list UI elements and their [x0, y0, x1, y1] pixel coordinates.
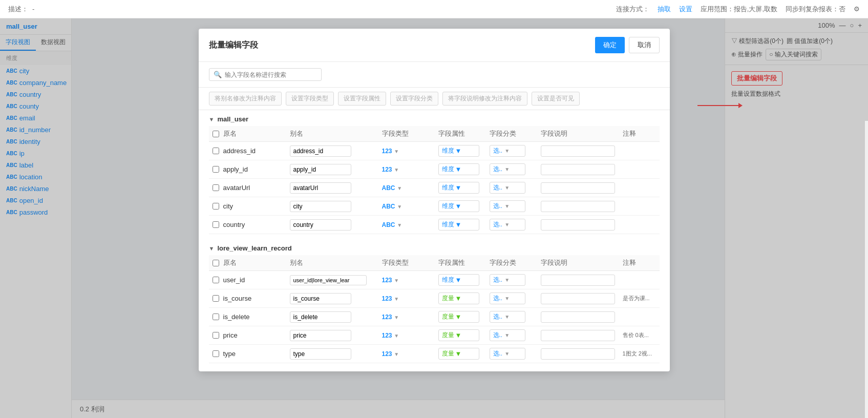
cell-desc-address_id[interactable]: [541, 145, 615, 157]
header-type2: 字段类型: [382, 258, 438, 267]
toolbar-btn-1[interactable]: 设置字段类型: [286, 92, 334, 106]
type-arrow-user_id[interactable]: ▼: [394, 278, 399, 283]
cell-category-user_id[interactable]: 选.. ▼: [490, 274, 525, 286]
cell-desc-apply_id[interactable]: [541, 164, 615, 175]
header-alias2: 别名: [290, 258, 382, 267]
cell-desc-is_course[interactable]: [541, 293, 615, 304]
cell-alias-type[interactable]: [290, 348, 351, 360]
table-header-section2: 原名 别名 字段类型 字段属性 字段分类 字段说明 注释 是否可见: [209, 255, 660, 271]
type-arrow-is_course[interactable]: ▼: [394, 296, 399, 302]
row-check-address_id[interactable]: [213, 148, 219, 154]
top-bar-left: 描述： -: [8, 5, 34, 14]
header-type: 字段类型: [382, 129, 438, 138]
row-check-city[interactable]: [213, 203, 219, 210]
cell-category-avatarUrl[interactable]: 选.. ▼: [490, 182, 525, 194]
cell-category-address_id[interactable]: 选.. ▼: [490, 145, 525, 157]
header-checkbox[interactable]: [213, 131, 219, 137]
cell-alias-apply_id[interactable]: [290, 164, 351, 175]
cell-original-address_id: address_id: [223, 147, 290, 155]
table-header-section1: 原名 别名 字段类型 字段属性 字段分类 字段说明 注释 是否可见: [209, 126, 660, 142]
header-check: [209, 131, 223, 137]
toolbar-btn-2[interactable]: 设置字段属性: [338, 92, 386, 106]
toolbar-btn-4[interactable]: 将字段说明修改为注释内容: [442, 92, 527, 106]
cell-attr-city[interactable]: 维度 ▼: [438, 200, 479, 212]
table-row: price 123 ▼ 度量 ▼ 选.. ▼ 售价 0表...: [209, 326, 660, 345]
cell-original-apply_id: apply_id: [223, 165, 290, 173]
table-row: country ABC ▼ 维度 ▼ 选.. ▼ 是 ∨: [209, 216, 660, 234]
cell-desc-price[interactable]: [541, 330, 615, 341]
type-arrow-apply_id[interactable]: ▼: [394, 167, 399, 173]
cell-original-city: city: [223, 202, 290, 210]
cell-alias-country[interactable]: [290, 219, 351, 231]
table-row: is_delete 123 ▼ 度量 ▼ 选.. ▼ 是 ∨: [209, 308, 660, 326]
cell-alias-price[interactable]: [290, 330, 351, 341]
cell-alias-address_id[interactable]: [290, 145, 351, 157]
cell-desc-country[interactable]: [541, 219, 615, 231]
cell-alias-avatarUrl[interactable]: [290, 182, 351, 194]
cell-category-type[interactable]: 选.. ▼: [490, 348, 525, 360]
cell-attr-address_id[interactable]: 维度 ▼: [438, 145, 479, 157]
cell-attr-type[interactable]: 度量 ▼: [438, 348, 479, 360]
toolbar-btn-0[interactable]: 将别名修改为注释内容: [209, 92, 282, 106]
row-check-apply_id[interactable]: [213, 166, 219, 173]
cell-type-address_id: 123: [382, 148, 392, 155]
cell-type-price: 123: [382, 332, 392, 339]
cell-attr-price[interactable]: 度量 ▼: [438, 329, 479, 341]
cell-attr-country[interactable]: 维度 ▼: [438, 219, 479, 231]
cell-alias-is_course[interactable]: [290, 293, 351, 304]
cell-type-country: ABC: [382, 221, 395, 228]
cell-alias-is_delete[interactable]: [290, 311, 351, 323]
row-check-country[interactable]: [213, 221, 219, 228]
cell-attr-avatarUrl[interactable]: 维度 ▼: [438, 182, 479, 194]
settings-link[interactable]: 设置: [679, 5, 692, 14]
row-check-is_course[interactable]: [213, 295, 219, 302]
cell-alias-city[interactable]: [290, 201, 351, 212]
gear-icon[interactable]: ⚙: [854, 5, 860, 13]
cell-attr-is_delete[interactable]: 度量 ▼: [438, 311, 479, 323]
cell-type-is_delete: 123: [382, 314, 392, 321]
type-arrow-type[interactable]: ▼: [394, 351, 399, 357]
type-arrow-price[interactable]: ▼: [394, 333, 399, 339]
section1-collapse-icon[interactable]: ▼: [209, 116, 215, 122]
cell-attr-apply_id[interactable]: 维度 ▼: [438, 163, 479, 175]
cell-category-apply_id[interactable]: 选.. ▼: [490, 163, 525, 175]
cell-category-is_course[interactable]: 选.. ▼: [490, 292, 525, 304]
toolbar-btn-3[interactable]: 设置字段分类: [390, 92, 438, 106]
type-arrow-address_id[interactable]: ▼: [394, 149, 399, 154]
cell-desc-city[interactable]: [541, 201, 615, 212]
type-arrow-is_delete[interactable]: ▼: [394, 315, 399, 320]
cell-original-avatarUrl: avatarUrl: [223, 184, 290, 192]
cell-desc-type[interactable]: [541, 348, 615, 360]
header-category2: 字段分类: [490, 258, 541, 267]
scope-label: 应用范围：报告,大屏,取数: [701, 5, 777, 14]
cell-category-city[interactable]: 选.. ▼: [490, 200, 525, 212]
top-bar: 描述： - 连接方式： 抽取 设置 应用范围：报告,大屏,取数 同步到复杂报表：…: [0, 0, 868, 18]
type-arrow-country[interactable]: ▼: [397, 222, 402, 228]
cell-attr-user_id[interactable]: 维度 ▼: [438, 274, 479, 286]
confirm-button[interactable]: 确定: [595, 37, 625, 53]
cell-type-avatarUrl: ABC: [382, 184, 395, 192]
row-check-avatarUrl[interactable]: [213, 184, 219, 191]
header-checkbox2[interactable]: [213, 260, 219, 266]
toolbar-btn-5[interactable]: 设置是否可见: [532, 92, 580, 106]
section2-collapse-icon[interactable]: ▼: [209, 245, 215, 252]
connection-value[interactable]: 抽取: [658, 5, 671, 14]
cell-desc-user_id[interactable]: [541, 275, 615, 286]
cell-category-price[interactable]: 选.. ▼: [490, 329, 525, 341]
row-check-price[interactable]: [213, 332, 219, 339]
cell-category-is_delete[interactable]: 选.. ▼: [490, 311, 525, 323]
type-arrow-city[interactable]: ▼: [397, 204, 402, 210]
cell-type-apply_id: 123: [382, 166, 392, 173]
cancel-button[interactable]: 取消: [629, 37, 660, 53]
cell-attr-is_course[interactable]: 度量 ▼: [438, 292, 479, 304]
cell-desc-avatarUrl[interactable]: [541, 182, 615, 194]
row-check-type[interactable]: [213, 350, 219, 357]
row-check-is_delete[interactable]: [213, 314, 219, 320]
search-input[interactable]: [225, 71, 317, 78]
scrollbar[interactable]: [865, 121, 868, 418]
cell-desc-is_delete[interactable]: [541, 311, 615, 323]
cell-alias-user_id[interactable]: [290, 275, 367, 285]
cell-category-country[interactable]: 选.. ▼: [490, 219, 525, 231]
type-arrow-avatarUrl[interactable]: ▼: [397, 185, 402, 191]
row-check-user_id[interactable]: [213, 277, 219, 283]
